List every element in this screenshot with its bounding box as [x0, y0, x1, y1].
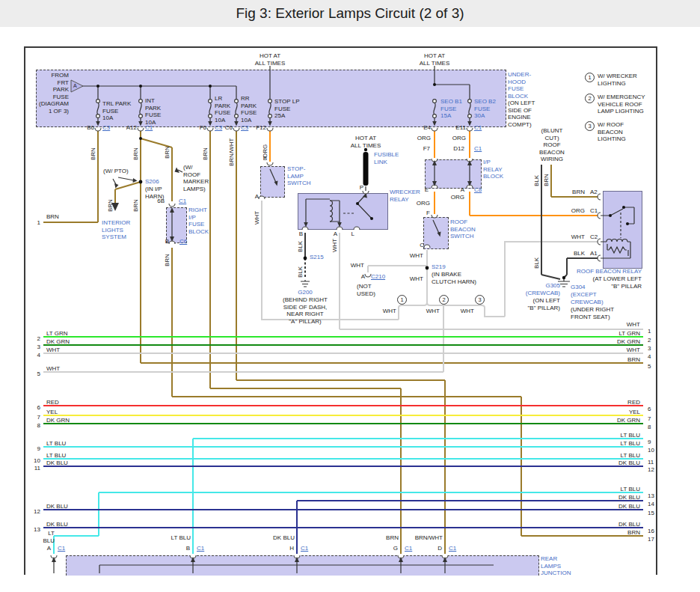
right-row-5-color: BRN	[627, 356, 640, 364]
bottom-wire-h: DK BLU	[273, 534, 295, 542]
right-row-8-color: DK GRN	[617, 417, 640, 424]
pin-e4: E4	[423, 124, 431, 132]
pin-c6: C6	[225, 124, 233, 132]
right-row-15-number: 15	[648, 510, 654, 517]
wire-label-brn-blunt: BRN	[543, 174, 550, 186]
connector-link-c1-1[interactable]: C1	[145, 124, 153, 132]
blunt-cut-label: (BLUNT CUT) ROOF BEACON WIRING	[534, 127, 570, 163]
left-row-11-number: 11	[31, 465, 40, 472]
arrowheads	[52, 121, 472, 562]
wire-label-blk-blunt: BLK	[533, 175, 541, 186]
connector-link-c3-1[interactable]: C3	[102, 124, 110, 132]
connector-link-c3-3[interactable]: C3	[241, 124, 248, 132]
right-row-17-color: BRN	[627, 529, 640, 537]
note-1-text: W/ WRECKER LIGHTING	[598, 73, 637, 87]
wire-label-org-f12: ORG	[262, 144, 269, 158]
wire-label-wht-s219: WHT	[410, 275, 423, 283]
wire-label-org-e11: ORG	[452, 135, 466, 142]
splice-s215-label: S215	[310, 254, 324, 261]
bottom-conn-d[interactable]: C1	[449, 545, 456, 552]
hot-at-all-times-3: HOT AT ALL TIMES	[349, 135, 383, 149]
wire-label-brn-below-block: BRN	[164, 254, 171, 266]
wht-branch-1-circle: 1	[397, 295, 407, 305]
right-row-15-color: DK BLU	[618, 503, 640, 510]
note-2-text: W/ EMERGENCY VEHICLE ROOF LAMP LIGHTING	[598, 94, 645, 115]
wire-label-wht-c: WHT	[410, 252, 423, 260]
ground-g304-except: (EXCEPT CREWCAB)	[571, 291, 604, 305]
right-row-12-color: DK BLU	[618, 460, 640, 467]
left-row-10-color: LT BLU	[46, 452, 66, 460]
wire-label-brn-branch: BRN	[164, 146, 171, 159]
left-row-1-color: BRN	[46, 213, 59, 221]
connector-link-c8[interactable]: C8	[474, 186, 482, 194]
pin-b6: B6	[87, 124, 94, 132]
pin-d12: D12	[453, 145, 464, 153]
splice-s206-label: S206	[145, 178, 159, 186]
w-pto-label: (W/ PTO)	[103, 168, 129, 175]
connector-link-c3-2[interactable]: C3	[215, 124, 222, 132]
left-row-13-color: DK BLU	[46, 521, 68, 528]
pin-a-ip: A	[461, 186, 464, 194]
wire-label-brn-b6: BRN	[90, 147, 97, 160]
right-row-9-color: LT BLU	[621, 432, 640, 439]
wire-label-brnwht-c6: BRN/WHT	[228, 138, 236, 166]
left-row-7-color: YEL	[46, 409, 58, 416]
right-row-9-number: 9	[648, 439, 651, 446]
note-3-circle: 3	[585, 121, 595, 131]
note-3-text: W/ ROOF BEACON LIGHTING	[598, 121, 626, 143]
bottom-conn-b[interactable]: C1	[197, 545, 204, 552]
left-row-6-number: 6	[31, 404, 40, 412]
left-row-6-color: RED	[46, 399, 59, 406]
roof-beacon-relay-location: (AT LOWER LEFT "B" PILLAR	[593, 275, 642, 290]
left-row-8-number: 8	[31, 422, 40, 430]
c210-not-used-label: (NOT USED)	[357, 283, 375, 297]
pin-c: C	[420, 242, 424, 249]
right-row-17-number: 17	[648, 536, 654, 543]
bottom-wire-d: BRN/WHT	[415, 534, 443, 542]
bottom-conn-g[interactable]: C1	[405, 545, 412, 552]
note-2-circle: 2	[585, 94, 595, 103]
right-row-11-color: LT BLU	[621, 452, 640, 460]
connector-link-c6[interactable]: C6	[179, 238, 187, 245]
wire-label-blk-s215: BLK	[297, 241, 304, 252]
bottom-wire-g: BRN	[386, 534, 399, 542]
hot-at-all-times-2: HOT AT ALL TIMES	[417, 52, 452, 67]
pin-c1: C1	[590, 207, 598, 215]
underhood-fuse-block-label: UNDER- HOOD FUSE BLOCK	[508, 71, 531, 100]
left-row-8-color: DK GRN	[46, 417, 70, 424]
right-row-7-color: YEL	[629, 409, 640, 416]
connector-link-c1-6b[interactable]: C1	[179, 198, 186, 205]
left-row-12-number: 12	[31, 508, 40, 516]
right-row-3-color: DK GRN	[617, 338, 640, 346]
pin-e11: E11	[455, 124, 466, 132]
bottom-pin-h: H	[289, 545, 294, 552]
right-row-10-color: LT BLU	[621, 440, 640, 448]
ground-g304-location: (UNDER RIGHT FRONT SEAT)	[571, 306, 614, 320]
bottom-conn-h[interactable]: C1	[301, 545, 308, 552]
stop-lamp-switch-label: STOP- LAMP SWITCH	[287, 165, 311, 187]
left-row-9-number: 9	[31, 445, 40, 453]
right-row-3-number: 3	[648, 345, 651, 353]
rear-lamps-junction-label: REAR LAMPS JUNCTION	[541, 555, 571, 577]
pin-f6: F6	[200, 124, 206, 132]
numbered-wire-rows	[43, 337, 643, 554]
fuse-label-lr-park: LR PARK FUSE 10A	[215, 95, 230, 123]
splice-s219-location: (IN BRAKE CLUTCH HARN)	[432, 271, 476, 285]
pin-f: F	[426, 210, 430, 217]
pin-a-wrecker: A	[334, 231, 337, 238]
pin-a1: A1	[590, 250, 598, 257]
wire-label-wht-c2: WHT	[571, 234, 585, 241]
pin-a12: A12	[126, 124, 137, 132]
connector-link-c1-3[interactable]: C1	[474, 145, 482, 153]
wire-label-wht-b1: WHT	[383, 308, 396, 315]
ground-g305-location: (ON LEFT "B" PILLAR)	[528, 297, 560, 311]
pin-e: E	[425, 186, 429, 194]
connector-link-c210[interactable]: C210	[371, 273, 385, 281]
ip-relay-block-label: I/P RELAY BLOCK	[483, 159, 503, 180]
right-row-14-color: DK BLU	[618, 494, 640, 501]
bottom-conn-a[interactable]: C1	[58, 545, 65, 552]
pin-b-fuseblock: B	[165, 238, 169, 245]
pin-a-stop: A	[255, 193, 259, 201]
right-row-2-number: 2	[648, 337, 651, 344]
connector-link-c1-2[interactable]: C1	[474, 124, 482, 132]
